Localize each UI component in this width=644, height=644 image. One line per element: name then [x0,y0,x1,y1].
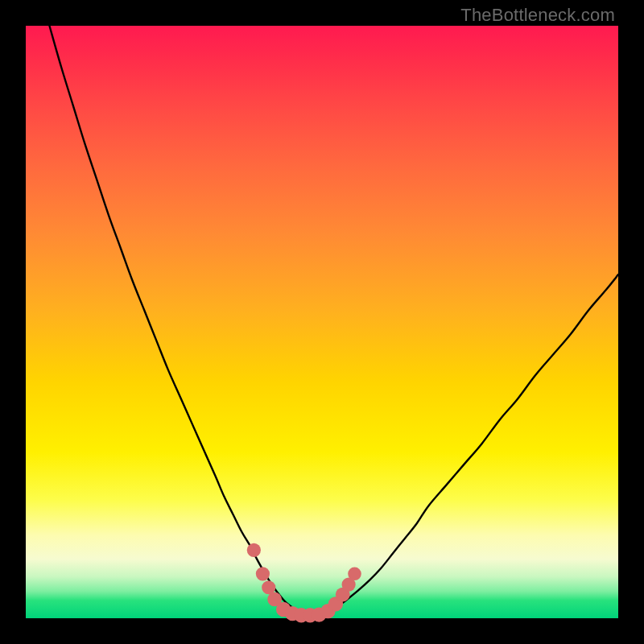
marker-dot [256,567,270,580]
marker-group [247,543,361,623]
curve-right [310,275,618,615]
chart-svg [26,26,618,618]
marker-dot [348,568,361,581]
watermark-text: TheBottleneck.com [460,5,615,26]
marker-dot [247,543,261,557]
plot-area [26,26,618,618]
curve-left [49,26,310,615]
outer-frame: TheBottleneck.com [0,0,644,644]
